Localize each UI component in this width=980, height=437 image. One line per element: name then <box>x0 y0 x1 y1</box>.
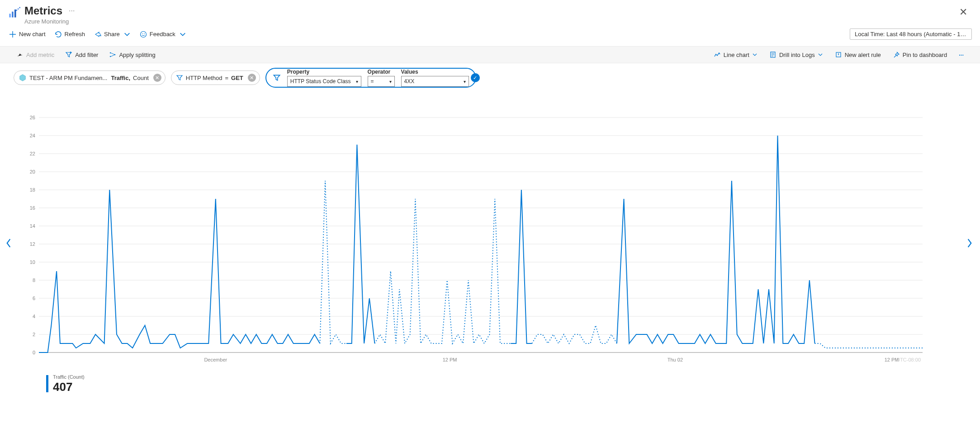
filter-value-text: GET <box>231 75 243 81</box>
drill-into-logs-button[interactable]: Drill into Logs <box>767 49 826 60</box>
feedback-label: Feedback <box>150 31 175 38</box>
page-header: Metrics ··· Azure Monitoring ✕ <box>0 0 980 25</box>
svg-point-5 <box>16 9 17 11</box>
add-filter-button[interactable]: Add filter <box>62 49 101 60</box>
chart-prev-button[interactable] <box>1 234 16 255</box>
add-metric-label: Add metric <box>26 52 54 58</box>
line-chart: 02468101214161820222426December12 PMThu … <box>18 104 932 371</box>
toolbar-more-button[interactable]: ··· <box>956 52 966 58</box>
property-select[interactable]: HTTP Status Code Class ▾ <box>287 76 361 87</box>
operator-label: Operator <box>368 69 395 75</box>
filter-editor: Property HTTP Status Code Class ▾ Operat… <box>265 68 476 88</box>
svg-text:16: 16 <box>30 205 35 211</box>
svg-point-4 <box>19 7 20 9</box>
apply-filter-button[interactable]: ✓ <box>471 73 480 82</box>
filter-plus-icon <box>65 51 72 58</box>
alert-icon <box>835 51 842 58</box>
values-select[interactable]: 4XX ▾ <box>401 76 469 87</box>
new-alert-label: New alert rule <box>845 52 881 58</box>
chart-area: 02468101214161820222426December12 PMThu … <box>0 90 980 399</box>
page-title: Metrics <box>24 5 62 17</box>
svg-text:0: 0 <box>33 350 35 355</box>
svg-text:December: December <box>204 357 227 362</box>
chart-type-label: Line chart <box>724 52 749 58</box>
refresh-button[interactable]: Refresh <box>51 29 89 40</box>
chevron-down-icon <box>818 52 823 57</box>
metrics-icon <box>8 6 21 19</box>
line-chart-icon <box>714 51 721 58</box>
splitting-icon <box>109 51 116 58</box>
add-metric-button[interactable]: Add metric <box>14 49 57 60</box>
svg-point-8 <box>144 33 145 34</box>
svg-rect-2 <box>14 9 16 18</box>
svg-point-3 <box>18 8 19 9</box>
svg-point-12 <box>110 52 111 53</box>
operator-value-text: = <box>371 78 374 85</box>
chevron-down-icon: ▾ <box>389 79 392 84</box>
remove-filter-button[interactable]: ✕ <box>248 74 256 82</box>
add-metric-icon <box>16 51 24 58</box>
svg-text:Thu 02: Thu 02 <box>668 357 683 362</box>
svg-text:26: 26 <box>30 115 35 120</box>
new-chart-button[interactable]: New chart <box>5 29 49 40</box>
legend-color-bar <box>46 375 48 392</box>
pin-label: Pin to dashboard <box>903 52 947 58</box>
metric-agg-text: Count <box>133 75 149 81</box>
filter-pills-row: TEST - ARM PM Fundamen... Traffic, Count… <box>0 63 980 90</box>
operator-select[interactable]: = ▾ <box>368 76 395 87</box>
values-label: Values <box>401 69 469 75</box>
new-chart-label: New chart <box>19 31 46 38</box>
pin-to-dashboard-button[interactable]: Pin to dashboard <box>890 49 950 60</box>
command-bar: New chart Refresh Share Feedback Local T… <box>0 25 980 46</box>
svg-text:14: 14 <box>30 223 35 229</box>
apply-splitting-button[interactable]: Apply splitting <box>106 49 158 60</box>
metric-scope-text: TEST - ARM PM Fundamen... <box>29 75 107 81</box>
property-label: Property <box>287 69 361 75</box>
funnel-icon <box>176 74 183 81</box>
legend-value: 407 <box>53 380 85 394</box>
chart-legend: Traffic (Count) 407 <box>18 371 944 394</box>
chart-type-button[interactable]: Line chart <box>711 49 760 60</box>
svg-point-7 <box>142 33 143 34</box>
svg-text:12 PM: 12 PM <box>443 357 457 362</box>
pin-icon <box>893 51 900 58</box>
chart-next-button[interactable] <box>962 234 977 255</box>
legend-series-label: Traffic (Count) <box>53 374 85 380</box>
svg-rect-1 <box>12 12 14 18</box>
apply-splitting-label: Apply splitting <box>119 52 155 58</box>
svg-text:8: 8 <box>33 277 35 283</box>
chevron-down-icon <box>752 52 757 57</box>
svg-text:12: 12 <box>30 241 35 247</box>
plus-icon <box>9 31 16 38</box>
share-label: Share <box>104 31 120 38</box>
refresh-label: Refresh <box>65 31 85 38</box>
chart-toolbar: Add metric Add filter Apply splitting Li… <box>0 46 980 63</box>
remove-metric-button[interactable]: ✕ <box>153 74 161 82</box>
svg-text:10: 10 <box>30 259 35 265</box>
refresh-icon <box>55 31 62 38</box>
existing-filter-pill[interactable]: HTTP Method = GET ✕ <box>171 70 260 85</box>
page-subtitle: Azure Monitoring <box>24 18 955 25</box>
add-filter-label: Add filter <box>75 52 98 58</box>
time-range-button[interactable]: Local Time: Last 48 hours (Automatic - 1… <box>850 28 972 40</box>
title-more-button[interactable]: ··· <box>69 7 75 15</box>
svg-text:20: 20 <box>30 169 35 174</box>
svg-text:4: 4 <box>33 314 35 319</box>
filter-operator-text: = <box>225 75 228 81</box>
smiley-icon <box>140 31 147 38</box>
chevron-down-icon <box>179 31 186 38</box>
share-button[interactable]: Share <box>90 29 134 40</box>
feedback-button[interactable]: Feedback <box>136 29 190 40</box>
svg-text:6: 6 <box>33 296 35 301</box>
resource-hex-icon <box>19 74 27 82</box>
metric-pill[interactable]: TEST - ARM PM Fundamen... Traffic, Count… <box>14 70 166 85</box>
svg-text:22: 22 <box>30 151 35 156</box>
svg-point-13 <box>110 56 111 57</box>
close-button[interactable]: ✕ <box>955 5 972 20</box>
svg-marker-17 <box>20 75 26 81</box>
new-alert-rule-button[interactable]: New alert rule <box>832 49 884 60</box>
chevron-down-icon: ▾ <box>356 79 358 84</box>
filter-dimension-text: HTTP Method <box>186 75 223 81</box>
drill-logs-label: Drill into Logs <box>779 52 815 58</box>
share-icon <box>94 31 101 38</box>
